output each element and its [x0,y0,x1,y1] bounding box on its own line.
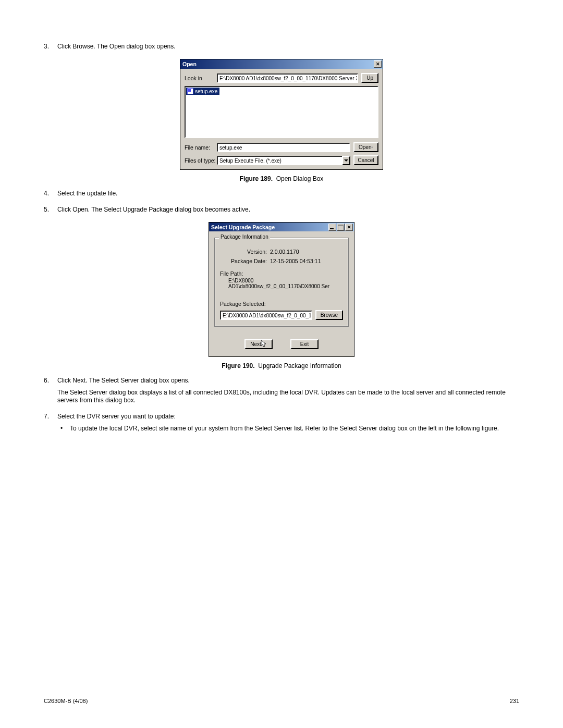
next-button-label: Next [250,340,261,349]
open-dialog-title: Open [182,61,197,67]
figure-189-caption: Figure 189. Open Dialog Box [44,175,519,182]
browse-button[interactable]: Browse [315,310,343,320]
file-item-selected[interactable]: setup.exe [186,88,219,95]
files-of-type-field[interactable]: Setup Execute File. (*.exe) [217,156,343,165]
pkg-dialog-titlebar: Select Upgrade Package ✕ [209,223,354,231]
cursor-icon [261,340,267,348]
step-4-number: 4. [44,190,57,202]
figure-190-caption: Figure 190. Upgrade Package Information [44,362,519,369]
step-6-number: 6. [44,377,57,409]
up-button[interactable]: Up [361,73,378,83]
package-date-label: Package Date: [220,258,270,264]
open-button-label: Open [359,143,371,152]
maximize-icon[interactable] [337,224,345,231]
package-date-value: 12-15-2005 04:53:11 [270,258,321,264]
file-name-field[interactable]: setup.exe [217,143,350,152]
version-label: Version: [220,249,270,255]
look-in-field[interactable]: E:\DX8000 AD1\dx8000sw_f2_0_00_1170\DX80… [217,73,358,83]
page-footer: C2630M-B (4/08) 231 [44,698,519,704]
exe-file-icon [187,88,193,94]
exit-button[interactable]: Exit [290,339,319,349]
package-selected-label: Package Selected: [220,301,343,307]
open-dialog-titlebar: Open ✕ [180,59,383,69]
footer-page-number: 231 [510,698,519,704]
step-3-text: Click Browse. The Open dialog box opens. [57,43,519,51]
close-icon[interactable]: ✕ [345,224,353,231]
bullet-mark: • [57,425,70,437]
open-button[interactable]: Open [353,142,378,152]
step-7-text: Select the DVR server you want to update… [57,413,519,421]
step-7-number: 7. [44,413,57,437]
file-path-label: File Path: [220,270,343,277]
cursor-icon [371,143,373,151]
package-selected-field[interactable]: E:\DX8000 AD1\dx8000sw_f2_0_00_1170\D [220,311,312,320]
file-list[interactable]: setup.exe [185,86,378,138]
step-4-text: Select the update file. [57,190,519,198]
pkg-dialog-title: Select Upgrade Package [211,224,275,230]
step-6-line1: Click Next. The Select Server dialog box… [57,377,519,385]
look-in-label: Look in [185,75,217,81]
files-of-type-label: Files of type: [185,157,217,164]
version-value: 2.0.00.1170 [270,249,299,255]
step-3-number: 3. [44,43,57,55]
step-5-text: Click Open. The Select Upgrade Package d… [57,206,519,214]
file-item-name: setup.exe [195,89,217,94]
open-dialog: Open ✕ Look in E:\DX8000 AD1\dx8000sw_f2… [180,59,383,170]
cancel-button[interactable]: Cancel [353,155,378,165]
package-info-legend: Package Information [219,234,270,240]
step-6-line2: The Select Server dialog box displays a … [57,389,519,404]
dropdown-arrow-icon[interactable] [342,156,350,165]
file-name-label: File name: [185,144,217,151]
minimize-icon[interactable] [328,224,336,231]
close-icon[interactable]: ✕ [374,60,382,68]
next-button[interactable]: Next [244,339,273,349]
step-7-bullet: To update the local DVR, select site nam… [70,425,499,433]
package-info-groupbox: Package Information Version: 2.0.00.1170… [214,238,349,327]
file-path-value: E:\DX8000 AD1\dx8000sw_f2_0_00_1170\DX80… [220,278,343,289]
footer-doc-id: C2630M-B (4/08) [44,698,88,704]
select-upgrade-package-dialog: Select Upgrade Package ✕ Package Informa… [209,222,354,357]
step-5-number: 5. [44,206,57,218]
